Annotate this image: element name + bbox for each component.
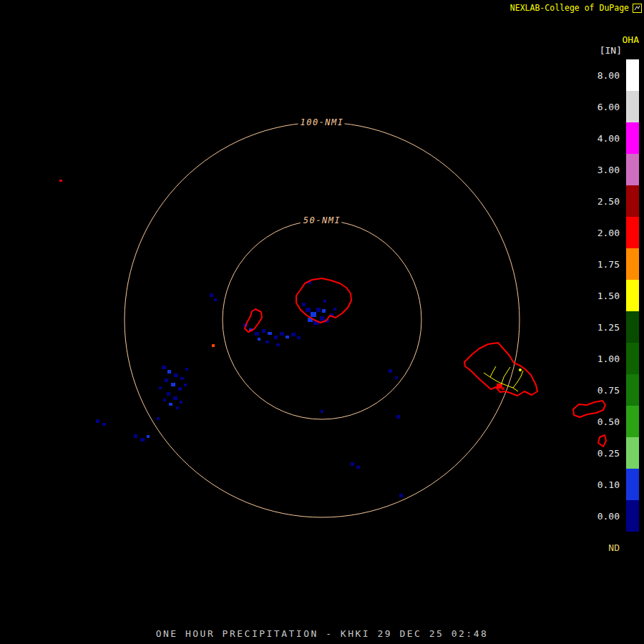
range-ring-label: 50 NMI [303,215,341,225]
precip-cell [59,180,62,182]
legend-tick-label: 8.00 [597,70,620,81]
legend-level-row: 0.75 [597,374,639,406]
precip-cell [320,316,324,321]
legend-units: [IN] [597,45,639,56]
precip-cell [502,387,504,390]
legend-level-row: 1.75 [597,248,639,280]
legend-level-row: 3.00 [597,154,639,185]
precip-cell [174,374,178,377]
precip-cell [276,343,280,346]
road-line [484,373,518,391]
precip-cell [212,344,215,347]
road-dot [519,369,522,371]
precip-cell [306,308,311,312]
precip-cell [399,494,403,497]
road-line [502,367,510,384]
precip-cell [102,423,106,426]
legend-level-row: 8.00 [597,59,639,91]
precip-cell [255,332,259,336]
precip-cell [268,332,272,335]
legend-color-swatch [626,437,639,469]
legend-tick-label: 2.00 [597,228,620,238]
legend-color-swatch [626,91,639,122]
legend-level-row: 0.00 [597,500,639,532]
legend-tick-label: 1.00 [597,353,620,364]
precip-cell [157,417,160,420]
precip-cell [167,392,170,396]
legend-color-swatch [626,500,639,532]
legend-level-row: 1.25 [597,311,639,343]
precip-cell [280,332,284,336]
precip-cell [180,377,184,380]
precip-cell [497,384,502,389]
legend-tick-label: 1.25 [597,322,620,333]
precip-cell [169,403,172,406]
precip-cell [210,293,213,297]
precip-cell [214,298,217,301]
precip-cell [311,312,316,317]
legend-color-swatch [626,532,639,563]
legend-tick-label: ND [608,542,620,553]
precip-cell [171,383,175,386]
legend-color-swatch [626,248,639,280]
road-line [513,371,523,388]
legend-tick-label: 2.50 [597,196,620,207]
legend-color-swatch [626,343,639,374]
precip-cell [159,386,162,389]
precip-cell [323,300,326,303]
legend-level-row: 6.00 [597,91,639,122]
brand-icon [633,4,642,13]
precip-cell [395,376,398,379]
range-ring-label: 100 NMI [300,117,343,127]
island-outline-niihau [245,309,262,332]
precip-cell [265,341,269,343]
legend-tick-label: 3.00 [597,165,620,175]
precip-cell [297,336,301,339]
legend-color-swatch [626,217,639,248]
precip-cell [258,338,260,341]
legend-color-swatch [626,469,639,500]
precip-cell [163,399,166,401]
legend-color-swatch [626,185,639,217]
legend-tick-label: 0.10 [597,479,620,490]
legend-level-row: 4.00 [597,122,639,154]
legend-level-row: 1.50 [597,280,639,311]
precip-cell [176,406,179,409]
precip-cell [180,401,182,404]
legend-color-swatch [626,154,639,185]
precip-cell [178,387,182,391]
legend-tick-label: 0.00 [597,511,620,522]
precip-cell [184,384,187,386]
legend-level-row: 0.10 [597,469,639,500]
legend-level-row: 2.50 [597,185,639,217]
legend-color-swatch [626,374,639,406]
precip-cell [333,308,336,311]
precip-cell [286,336,289,338]
precip-cell [316,308,321,312]
legend-color-swatch [626,280,639,311]
precip-cell [165,379,168,382]
brand: NEXLAB-College of DuPage [510,3,642,13]
precip-cell [274,336,278,339]
legend-tick-label: 0.50 [597,416,620,427]
legend-level-row: 0.50 [597,406,639,437]
precip-cell [134,434,137,438]
road-line [490,366,496,377]
precip-cell [351,462,354,466]
legend-level-row: 1.00 [597,343,639,374]
legend-color-swatch [626,311,639,343]
legend-tick-label: 6.00 [597,102,620,112]
legend-color-swatch [626,406,639,437]
precip-cell [185,368,188,371]
precip-cell [262,329,265,333]
legend-level-row: 0.25 [597,437,639,469]
precip-cell [162,366,166,369]
precip-cell [167,370,171,374]
precip-cell [147,435,150,438]
precip-cell [291,333,296,336]
legend-color-swatch [626,122,639,154]
product-caption: ONE HOUR PRECIPITATION - KHKI 29 DEC 25 … [0,628,644,639]
legend-header: OHA [IN] [597,34,639,56]
precip-cell [396,415,400,419]
legend-tick-label: 1.50 [597,291,620,301]
